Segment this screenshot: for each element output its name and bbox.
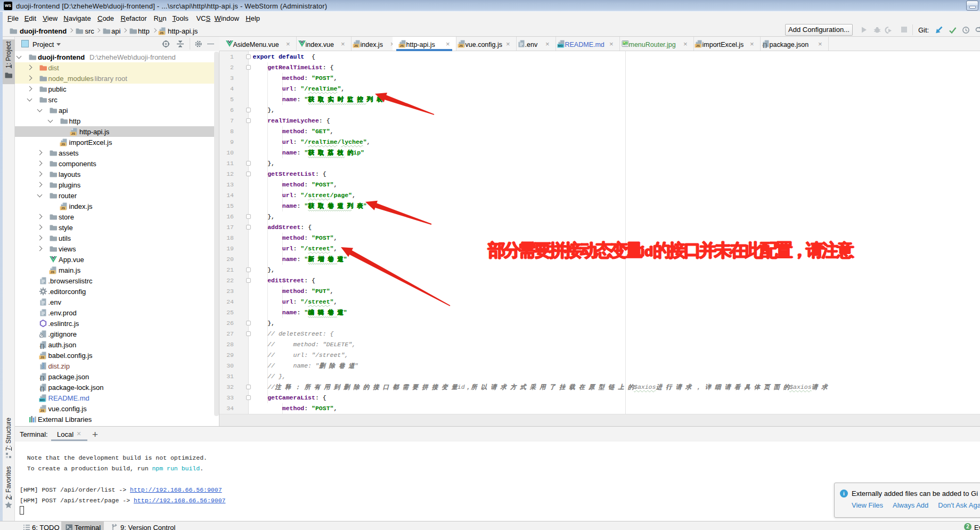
- svg-text:JS: JS: [160, 31, 164, 35]
- svg-text:JS: JS: [354, 44, 358, 47]
- svg-text:JS: JS: [71, 132, 76, 135]
- svg-text:JS: JS: [400, 44, 404, 47]
- svg-text:{}: {}: [762, 43, 767, 48]
- svg-text:{}: {}: [39, 344, 44, 349]
- svg-text:MD: MD: [558, 44, 564, 47]
- svg-text:JS: JS: [696, 44, 700, 47]
- svg-text:{}: {}: [39, 387, 44, 392]
- svg-text:JS: JS: [61, 142, 65, 146]
- svg-text:MD: MD: [39, 398, 45, 402]
- svg-text:JS: JS: [61, 206, 65, 210]
- svg-text:JS: JS: [51, 270, 55, 274]
- svg-text:JS: JS: [40, 409, 44, 412]
- svg-text:JS: JS: [40, 355, 44, 359]
- svg-text:{}: {}: [39, 376, 44, 381]
- svg-text:JS: JS: [459, 44, 463, 47]
